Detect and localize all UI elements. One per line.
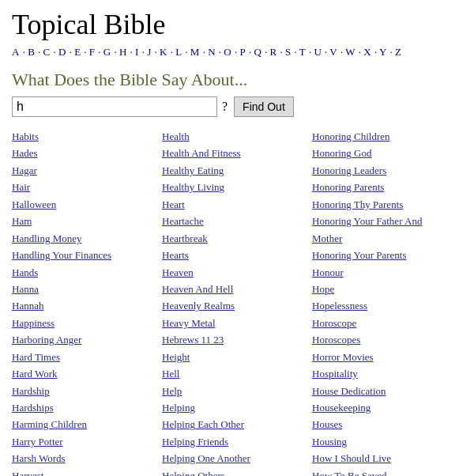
topic-link[interactable]: Help [162, 383, 304, 399]
alphabet-link-o[interactable]: O [224, 46, 231, 58]
topic-link[interactable]: Handling Money [12, 230, 154, 247]
alphabet-link-w[interactable]: W [345, 46, 355, 58]
topic-link[interactable]: Hannah [12, 297, 154, 314]
topic-link[interactable]: Harvest [12, 467, 154, 476]
topic-link[interactable]: Hopelessness [312, 297, 454, 314]
alphabet-link-r[interactable]: R [270, 46, 277, 58]
topic-link[interactable]: Heaven And Hell [162, 281, 304, 297]
topic-link[interactable]: Heartbreak [162, 230, 304, 247]
alphabet-link-s[interactable]: S [285, 46, 291, 58]
alphabet-link-b[interactable]: B [28, 46, 35, 58]
alphabet-link-e[interactable]: E [74, 46, 81, 58]
alphabet-link-q[interactable]: Q [254, 46, 261, 58]
topic-link[interactable]: Honoring Children [312, 128, 454, 145]
search-row: ? Find Out [12, 96, 462, 117]
topic-link[interactable]: Honoring Your Parents [312, 247, 454, 263]
topic-link[interactable]: How To Be Saved [312, 467, 454, 476]
topic-link[interactable]: Harsh Words [12, 450, 154, 467]
alphabet-link-n[interactable]: N [208, 46, 215, 58]
topic-link[interactable]: Horror Movies [312, 349, 454, 365]
topic-link[interactable]: Hair [12, 179, 154, 195]
topic-link[interactable]: Helping Others [162, 467, 304, 476]
topic-link[interactable]: Handling Your Finances [12, 247, 154, 263]
alphabet-link-c[interactable]: C [43, 46, 51, 58]
subtitle: What Does the Bible Say About... [12, 70, 462, 90]
alphabet-link-k[interactable]: K [160, 46, 167, 58]
topic-link[interactable]: Hardship [12, 383, 154, 399]
topic-link[interactable]: How I Should Live [312, 450, 454, 467]
topic-link[interactable]: Harry Potter [12, 433, 154, 450]
topic-link[interactable]: Housing [312, 433, 454, 450]
alphabet-link-h[interactable]: H [119, 46, 126, 58]
topic-link[interactable]: Honour [312, 264, 454, 281]
alphabet-link-z[interactable]: Z [395, 46, 401, 58]
topic-link[interactable]: Hades [12, 145, 154, 161]
column-2: HealthHealth And FitnessHealthy EatingHe… [162, 128, 312, 476]
topic-link[interactable]: Hope [312, 281, 454, 297]
topic-link[interactable]: Hearts [162, 247, 304, 263]
alphabet-link-j[interactable]: J [147, 46, 151, 58]
alphabet-link-x[interactable]: X [363, 46, 371, 58]
topic-link[interactable]: Helping [162, 399, 304, 416]
topic-link[interactable]: Happiness [12, 315, 154, 331]
question-mark: ? [222, 100, 228, 114]
alphabet-link-p[interactable]: P [239, 46, 245, 58]
page-title: Topical Bible [12, 8, 462, 41]
topic-link[interactable]: Helping Each Other [162, 416, 304, 433]
alphabet-link-l[interactable]: L [175, 46, 182, 58]
topic-link[interactable]: Height [162, 349, 304, 365]
topic-link[interactable]: Heartache [162, 213, 304, 229]
find-out-button[interactable]: Find Out [234, 96, 294, 117]
alphabet-link-g[interactable]: G [103, 46, 111, 58]
topic-link[interactable]: Horoscopes [312, 331, 454, 348]
alphabet-link-y[interactable]: Y [379, 46, 386, 58]
alphabet-link-i[interactable]: I [135, 46, 138, 58]
topic-link[interactable]: Heavy Metal [162, 315, 304, 331]
topic-link[interactable]: Heart [162, 196, 304, 213]
topic-link[interactable]: Helping One Another [162, 450, 304, 467]
topic-link[interactable]: Honoring Parents [312, 179, 454, 195]
topic-link[interactable]: Honoring Leaders [312, 162, 454, 179]
alphabet-bar: A · B · C · D · E · F · G · H · I · J · … [12, 46, 462, 59]
topic-link[interactable]: Honoring God [312, 145, 454, 161]
topic-link[interactable]: Healthy Eating [162, 162, 304, 179]
topic-link[interactable]: Honoring Thy Parents [312, 196, 454, 213]
topic-link[interactable]: Helping Friends [162, 433, 304, 450]
topic-link[interactable]: Hard Work [12, 365, 154, 382]
topic-link[interactable]: Hands [12, 264, 154, 281]
alphabet-link-u[interactable]: U [314, 46, 321, 58]
alphabet-link-v[interactable]: V [329, 46, 337, 58]
search-input[interactable] [12, 96, 217, 117]
topic-link[interactable]: Hebrews 11 23 [162, 331, 304, 348]
topic-link[interactable]: Healthy Living [162, 179, 304, 195]
alphabet-link-t[interactable]: T [299, 46, 306, 58]
topic-link[interactable]: Halloween [12, 196, 154, 213]
alphabet-link-m[interactable]: M [190, 46, 200, 58]
topic-link[interactable]: House Dedication [312, 383, 454, 399]
column-3: Honoring ChildrenHonoring GodHonoring Le… [312, 128, 462, 476]
alphabet-link-d[interactable]: D [58, 46, 66, 58]
topic-link[interactable]: Health [162, 128, 304, 145]
alphabet-link-f[interactable]: F [89, 46, 95, 58]
topic-link[interactable]: Houses [312, 416, 454, 433]
topic-link[interactable]: Harming Children [12, 416, 154, 433]
topic-link[interactable]: Habits [12, 128, 154, 145]
alphabet-link-a[interactable]: A [12, 46, 19, 58]
topic-link[interactable]: Hard Times [12, 349, 154, 365]
topic-columns: HabitsHadesHagarHairHalloweenHamHandling… [12, 128, 462, 476]
topic-link[interactable]: Hell [162, 365, 304, 382]
topic-link[interactable]: Housekeeping [312, 399, 454, 416]
topic-link[interactable]: Heaven [162, 264, 304, 281]
topic-link[interactable]: Hanna [12, 281, 154, 297]
topic-link[interactable]: Hospitality [312, 365, 454, 382]
column-1: HabitsHadesHagarHairHalloweenHamHandling… [12, 128, 162, 476]
topic-link[interactable]: Harboring Anger [12, 331, 154, 348]
topic-link[interactable]: Honoring Your Father And Mother [312, 213, 454, 247]
topic-link[interactable]: Heavenly Realms [162, 297, 304, 314]
topic-link[interactable]: Horoscope [312, 315, 454, 331]
topic-link[interactable]: Health And Fitness [162, 145, 304, 161]
topic-link[interactable]: Ham [12, 213, 154, 229]
topic-link[interactable]: Hagar [12, 162, 154, 179]
topic-link[interactable]: Hardships [12, 399, 154, 416]
